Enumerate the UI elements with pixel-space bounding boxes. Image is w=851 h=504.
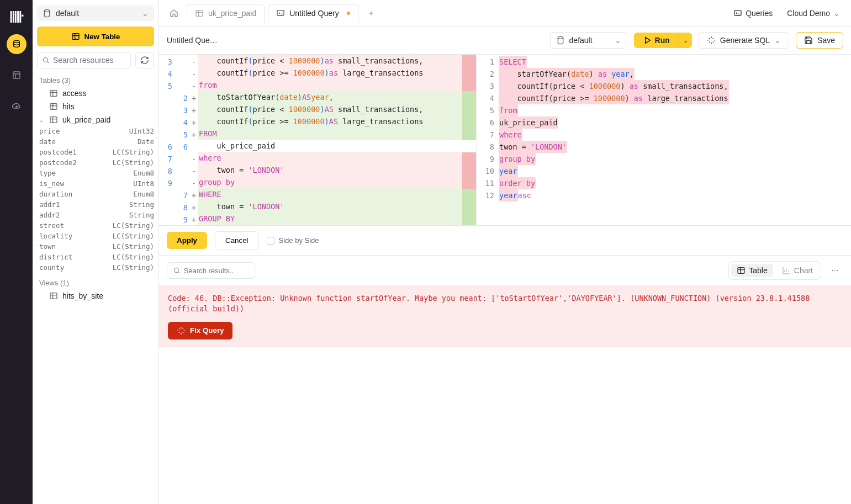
queries-label: Queries <box>746 9 773 18</box>
sparkle-icon <box>177 326 186 335</box>
code-gutter: 123456789101112 <box>477 55 499 225</box>
new-table-label: New Table <box>84 33 120 41</box>
generate-sql-button[interactable]: Generate SQL ⌄ <box>699 32 789 49</box>
tab-add-button[interactable]: ＋ <box>362 8 380 18</box>
diff-line: WHERE <box>198 188 462 200</box>
column-row[interactable]: townLC(String) <box>39 242 154 251</box>
results-search-field[interactable] <box>184 267 249 275</box>
column-row[interactable]: typeEnum8 <box>39 168 154 178</box>
run-button[interactable]: Run <box>634 33 679 48</box>
svg-point-0 <box>13 40 19 43</box>
refresh-button[interactable] <box>135 52 154 68</box>
queries-button[interactable]: Queries <box>728 6 778 21</box>
column-row[interactable]: postcode2LC(String) <box>39 158 154 167</box>
run-button-group: Run ⌄ <box>634 33 692 48</box>
view-mode-chart[interactable]: Chart <box>776 264 818 277</box>
code-line: order by <box>499 177 851 189</box>
layout-icon <box>12 71 21 79</box>
table-name: hits <box>62 102 75 111</box>
table-icon <box>49 102 58 111</box>
tab-untitled-query[interactable]: Untitled Query <box>268 4 358 23</box>
results-more-button[interactable]: ⋯ <box>827 264 843 277</box>
table-item-access[interactable]: access <box>37 87 154 100</box>
tab-home[interactable] <box>165 4 183 23</box>
tab-label: uk_price_paid <box>208 9 256 18</box>
database-icon <box>43 9 51 18</box>
columns-list: priceUInt32dateDatepostcode1LC(String)po… <box>37 126 154 272</box>
cancel-button[interactable]: Cancel <box>215 231 259 250</box>
play-icon <box>643 36 652 45</box>
database-icon <box>12 40 21 49</box>
diff-line: FROM <box>198 128 462 140</box>
column-row[interactable]: addr2String <box>39 210 154 220</box>
column-row[interactable]: districtLC(String) <box>39 252 154 262</box>
chart-icon <box>782 266 791 275</box>
column-row[interactable]: priceUInt32 <box>39 126 154 136</box>
svg-rect-10 <box>277 10 284 15</box>
view-mode-table[interactable]: Table <box>731 264 773 277</box>
column-row[interactable]: dateDate <box>39 137 154 146</box>
svg-point-4 <box>43 57 47 62</box>
apply-button[interactable]: Apply <box>167 232 207 249</box>
breadcrumb: Untitled Que… <box>167 36 244 45</box>
side-by-side-checkbox[interactable]: Side by Side <box>267 236 319 245</box>
rail-dashboards-button[interactable] <box>7 65 27 85</box>
database-selector[interactable]: default ⌄ <box>37 6 154 21</box>
column-row[interactable]: addr1String <box>39 200 154 209</box>
results-search[interactable] <box>167 262 255 279</box>
svg-rect-7 <box>50 117 57 123</box>
table-plus-icon <box>71 32 80 41</box>
view-item-hits-by-site[interactable]: hits_by_site <box>37 289 154 303</box>
code-line: year <box>499 165 851 177</box>
chevron-down-icon: ⌄ <box>39 117 45 123</box>
search-icon <box>173 266 181 275</box>
chevron-down-icon: ⌄ <box>142 9 149 18</box>
table-item-hits[interactable]: hits <box>37 100 154 113</box>
search-resources-field[interactable] <box>53 56 126 65</box>
tab-label: Untitled Query <box>289 9 339 18</box>
more-icon: ⋯ <box>831 266 839 275</box>
run-dropdown[interactable]: ⌄ <box>679 33 692 48</box>
svg-rect-9 <box>196 10 203 17</box>
rail-tables-button[interactable] <box>7 34 27 54</box>
refresh-icon <box>140 56 149 65</box>
diff-panel[interactable]: 3-4-5-2+3+4+5+667-8-9-7+8+9+ countIf(pri… <box>159 55 477 225</box>
database-name: default <box>56 9 79 18</box>
column-row[interactable]: localityLC(String) <box>39 231 154 241</box>
search-resources-input[interactable] <box>37 52 131 68</box>
table-icon <box>49 89 58 98</box>
home-icon <box>170 9 178 18</box>
chevron-down-icon: ⌄ <box>833 9 840 18</box>
column-row[interactable]: is_newUInt8 <box>39 179 154 188</box>
table-icon <box>737 266 746 275</box>
table-icon <box>49 115 58 124</box>
sidebar: default ⌄ New Table Tables (3) access <box>33 0 159 504</box>
column-row[interactable]: streetLC(String) <box>39 221 154 230</box>
fix-query-label: Fix Query <box>190 326 224 335</box>
diff-line: countIf(price < 1000000) AS small_transa… <box>198 103 462 115</box>
column-row[interactable]: postcode1LC(String) <box>39 147 154 157</box>
code-line: where <box>499 129 851 141</box>
save-button[interactable]: Save <box>796 32 843 49</box>
error-panel: Code: 46. DB::Exception: Unknown functio… <box>159 285 851 347</box>
fix-query-button[interactable]: Fix Query <box>168 322 232 339</box>
view-name: hits_by_site <box>62 291 103 300</box>
cloud-demo-dropdown[interactable]: Cloud Demo ⌄ <box>781 6 845 21</box>
database-icon <box>556 36 565 45</box>
code-line: startOfYear(date) as year, <box>499 68 851 80</box>
toolbar-database-selector[interactable]: default ⌄ <box>550 32 627 49</box>
column-row[interactable]: countyLC(String) <box>39 263 154 272</box>
code-panel[interactable]: 123456789101112 SELECT startOfYear(date)… <box>477 55 851 225</box>
table-item-uk-price-paid[interactable]: ⌄ uk_price_paid <box>37 113 154 126</box>
svg-rect-1 <box>13 72 20 78</box>
dirty-indicator-icon <box>347 12 350 15</box>
tab-uk-price-paid[interactable]: uk_price_paid <box>187 4 265 23</box>
code-line: group by <box>499 153 851 165</box>
rail-cloud-button[interactable] <box>7 96 27 116</box>
diff-line: twon = 'LONDON' <box>198 164 462 176</box>
chevron-down-icon: ⌄ <box>683 37 688 44</box>
column-row[interactable]: durationEnum8 <box>39 189 154 199</box>
view-mode-table-label: Table <box>749 266 767 275</box>
generate-sql-label: Generate SQL <box>720 36 770 45</box>
new-table-button[interactable]: New Table <box>37 26 154 46</box>
